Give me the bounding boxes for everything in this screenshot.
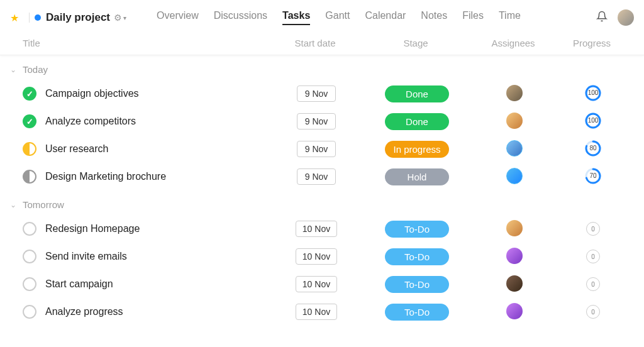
task-stage-pill[interactable]: Hold: [385, 168, 449, 185]
task-row[interactable]: ✓ Campaign objectives 9 Nov Done 100: [0, 80, 644, 107]
task-stage-pill[interactable]: To-Do: [385, 248, 449, 265]
column-title[interactable]: Title: [10, 38, 268, 48]
assignee-avatar[interactable]: [506, 85, 523, 101]
chevron-down-icon: ⌄: [10, 201, 16, 209]
task-title[interactable]: Design Marketing brochure: [45, 171, 269, 182]
star-icon[interactable]: ★: [10, 12, 19, 24]
task-title[interactable]: Analyze competitors: [45, 116, 269, 127]
task-stage-pill[interactable]: Done: [385, 113, 449, 130]
progress-zero: 0: [586, 277, 600, 291]
project-color-dot: [35, 14, 41, 21]
nav-tab-discussions[interactable]: Discussions: [214, 10, 267, 25]
group-label: Tomorrow: [23, 199, 64, 210]
status-in-progress-icon[interactable]: [23, 142, 36, 156]
assignee-avatar[interactable]: [506, 303, 523, 319]
task-title[interactable]: Analyze progress: [45, 306, 269, 317]
nav-tab-tasks[interactable]: Tasks: [282, 10, 310, 25]
progress-ring: 100: [585, 113, 601, 129]
task-date[interactable]: 9 Nov: [297, 141, 336, 157]
user-avatar[interactable]: [618, 9, 634, 26]
task-row[interactable]: Start campaign 10 Nov To-Do 0: [0, 270, 644, 298]
progress-ring: 70: [585, 168, 601, 184]
task-row[interactable]: User research 9 Nov In progress 80: [0, 135, 644, 163]
task-row[interactable]: Design Marketing brochure 9 Nov Hold 70: [0, 163, 644, 190]
status-hold-icon[interactable]: [23, 170, 36, 184]
progress-ring: 100: [585, 85, 601, 101]
assignee-avatar[interactable]: [506, 275, 523, 292]
column-assignees[interactable]: Assignees: [469, 38, 557, 48]
task-row[interactable]: Send invite emails 10 Nov To-Do 0: [0, 243, 644, 270]
task-title[interactable]: Campaign objectives: [45, 88, 269, 99]
app-header: ★ Daily project ⚙ ▾ OverviewDiscussionsT…: [0, 0, 644, 33]
task-row[interactable]: ✓ Analyze competitors 9 Nov Done 100: [0, 107, 644, 135]
task-stage-pill[interactable]: To-Do: [385, 304, 449, 321]
assignee-avatar[interactable]: [506, 113, 523, 129]
column-stage[interactable]: Stage: [362, 38, 469, 48]
task-title[interactable]: Send invite emails: [45, 251, 269, 262]
task-date[interactable]: 10 Nov: [296, 304, 337, 320]
status-done-icon[interactable]: ✓: [23, 87, 36, 101]
task-stage-pill[interactable]: To-Do: [385, 221, 449, 238]
progress-ring: 80: [585, 140, 601, 157]
status-empty-icon[interactable]: [23, 305, 36, 319]
task-title[interactable]: Redesign Homepage: [45, 223, 269, 234]
task-date[interactable]: 10 Nov: [296, 276, 337, 292]
progress-zero: 0: [586, 222, 600, 236]
nav-tab-time[interactable]: Time: [499, 10, 521, 25]
task-title[interactable]: User research: [45, 143, 269, 155]
gear-icon: ⚙: [114, 13, 122, 23]
main-nav: OverviewDiscussionsTasksGanttCalendarNot…: [157, 10, 521, 25]
task-date[interactable]: 9 Nov: [297, 168, 336, 185]
columns-header: Title Start date Stage Assignees Progres…: [0, 33, 644, 55]
bell-icon[interactable]: [596, 11, 608, 25]
project-title[interactable]: Daily project: [46, 11, 110, 24]
chevron-down-icon: ⌄: [10, 65, 16, 74]
caret-down-icon: ▾: [123, 14, 126, 21]
separator: [29, 13, 30, 23]
nav-tab-notes[interactable]: Notes: [421, 10, 447, 25]
task-date[interactable]: 10 Nov: [296, 248, 337, 265]
group-header[interactable]: ⌄Today: [0, 55, 644, 80]
nav-tab-files[interactable]: Files: [462, 10, 484, 25]
assignee-avatar[interactable]: [506, 248, 523, 264]
task-date[interactable]: 9 Nov: [297, 113, 336, 129]
column-start-date[interactable]: Start date: [268, 38, 362, 48]
nav-tab-overview[interactable]: Overview: [157, 10, 199, 25]
status-empty-icon[interactable]: [23, 222, 36, 236]
assignee-avatar[interactable]: [506, 220, 523, 236]
group-label: Today: [23, 64, 48, 75]
task-stage-pill[interactable]: To-Do: [385, 276, 449, 293]
task-date[interactable]: 9 Nov: [297, 85, 336, 102]
column-progress[interactable]: Progress: [557, 38, 626, 48]
nav-tab-calendar[interactable]: Calendar: [365, 10, 406, 25]
task-date[interactable]: 10 Nov: [296, 221, 337, 237]
task-list: ⌄Today ✓ Campaign objectives 9 Nov Done …: [0, 55, 644, 326]
status-done-icon[interactable]: ✓: [23, 114, 36, 128]
task-title[interactable]: Start campaign: [45, 278, 269, 290]
progress-zero: 0: [586, 250, 600, 263]
task-stage-pill[interactable]: In progress: [385, 141, 449, 158]
group-header[interactable]: ⌄Tomorrow: [0, 190, 644, 215]
task-stage-pill[interactable]: Done: [385, 85, 449, 102]
progress-zero: 0: [586, 305, 600, 319]
assignee-avatar[interactable]: [506, 168, 523, 184]
task-row[interactable]: Redesign Homepage 10 Nov To-Do 0: [0, 215, 644, 243]
status-empty-icon[interactable]: [23, 250, 36, 263]
task-row[interactable]: Analyze progress 10 Nov To-Do 0: [0, 298, 644, 326]
project-settings-button[interactable]: ⚙ ▾: [114, 13, 126, 23]
assignee-avatar[interactable]: [506, 140, 523, 157]
nav-tab-gantt[interactable]: Gantt: [325, 10, 350, 25]
status-empty-icon[interactable]: [23, 277, 36, 291]
